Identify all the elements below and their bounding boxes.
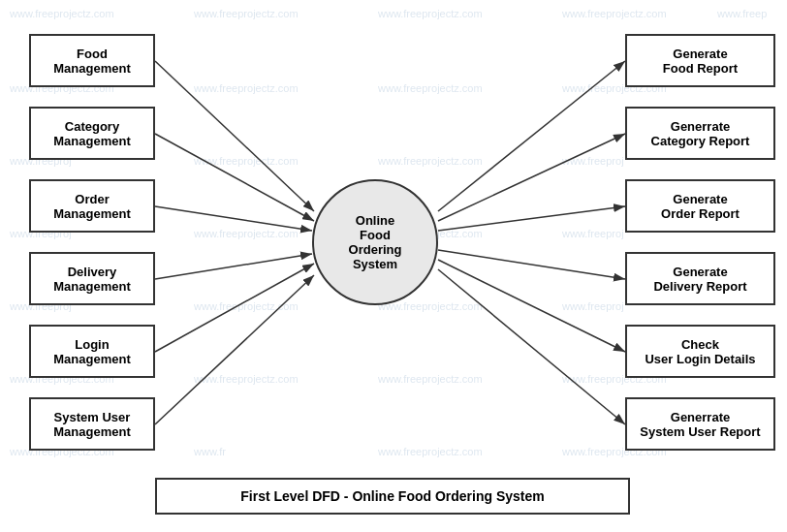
order-management-box: OrderManagement xyxy=(29,179,155,233)
title-box: First Level DFD - Online Food Ordering S… xyxy=(155,478,630,515)
generate-delivery-report-box: GenerateDelivery Report xyxy=(625,252,775,305)
svg-line-9 xyxy=(438,206,625,231)
generate-food-report-box: GenerateFood Report xyxy=(625,34,775,87)
svg-line-3 xyxy=(155,206,312,231)
svg-line-5 xyxy=(155,264,314,352)
check-user-login-box: CheckUser Login Details xyxy=(625,325,775,378)
svg-line-2 xyxy=(155,134,314,221)
login-management-box: LoginManagement xyxy=(29,325,155,378)
svg-line-11 xyxy=(438,260,625,352)
system-user-management-box: System UserManagement xyxy=(29,397,155,451)
delivery-management-box: DeliveryManagement xyxy=(29,252,155,305)
generate-order-report-box: GenerateOrder Report xyxy=(625,179,775,233)
category-management-box: CategoryManagement xyxy=(29,107,155,160)
svg-line-8 xyxy=(438,134,625,221)
svg-line-4 xyxy=(155,254,312,279)
svg-line-6 xyxy=(155,275,314,424)
generate-system-user-report-box: GenerrateSystem User Report xyxy=(625,397,775,451)
diagram-container: www.freeprojectz.com www.freeprojectz.co… xyxy=(0,0,787,532)
svg-line-1 xyxy=(155,61,314,211)
svg-line-12 xyxy=(438,269,625,424)
generate-category-report-box: GenerrateCategory Report xyxy=(625,107,775,160)
food-management-box: FoodManagement xyxy=(29,34,155,87)
svg-line-7 xyxy=(438,61,625,211)
center-circle: OnlineFoodOrderingSystem xyxy=(312,179,438,305)
svg-line-10 xyxy=(438,250,625,279)
